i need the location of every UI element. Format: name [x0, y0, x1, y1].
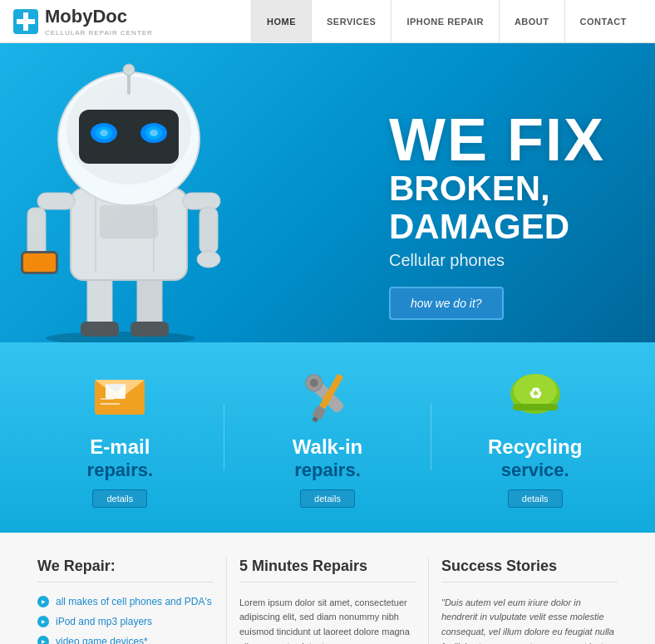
service-email: E-mail repairs. details — [33, 367, 207, 508]
service-walkin-button[interactable]: details — [300, 489, 355, 508]
svg-rect-12 — [37, 193, 75, 209]
hero-text-block: WE FIX BROKEN, DAMAGED Cellular phones h… — [389, 110, 605, 320]
repair-heading: We Repair: — [37, 558, 214, 583]
logo-text: MobyDoc — [45, 6, 127, 27]
repair-items: all makes of cell phones and PDA'siPod a… — [37, 596, 214, 644]
nav-item-iphone-repair[interactable]: IPHONE REPAIR — [391, 0, 498, 43]
repair-item-text: iPod and mp3 players — [56, 616, 152, 627]
repair-item-icon — [37, 636, 49, 644]
service-walkin-title: Walk-in — [293, 435, 362, 460]
stories-heading: Success Stories — [441, 558, 618, 583]
svg-point-3 — [46, 332, 195, 342]
logo-text-area: MobyDoc CELLULAR REPAIR CENTER — [45, 6, 153, 37]
minutes-intro: Lorem ipsum dolor sit amet, consectetuer… — [239, 596, 416, 644]
service-divider-1 — [224, 404, 224, 470]
repair-item-icon — [37, 616, 49, 627]
repair-list-item[interactable]: all makes of cell phones and PDA's — [37, 596, 214, 607]
hero-subtitle1: BROKEN, — [389, 170, 605, 208]
content-col-minutes: 5 Minutes Repairs Lorem ipsum dolor sit … — [226, 558, 428, 644]
hero-title: WE FIX — [389, 110, 605, 170]
tools-icon — [298, 367, 357, 425]
service-recycling: ♻ Recycling service. details — [448, 367, 622, 508]
content-col-repair: We Repair: all makes of cell phones and … — [25, 558, 226, 644]
svg-rect-17 — [199, 208, 218, 253]
svg-rect-46 — [513, 404, 558, 410]
repair-list-item[interactable]: video game devices* — [37, 636, 214, 644]
svg-rect-11 — [100, 205, 158, 238]
service-walkin: Walk-in repairs. details — [241, 367, 415, 508]
hero-description: Cellular phones — [389, 251, 605, 270]
service-divider-2 — [431, 404, 431, 470]
svg-rect-13 — [27, 208, 46, 258]
svg-rect-7 — [131, 322, 169, 337]
logo-area: MobyDoc CELLULAR REPAIR CENTER — [13, 6, 251, 37]
hero-subtitle2: DAMAGED — [389, 208, 605, 246]
email-icon — [91, 367, 149, 425]
service-email-button[interactable]: details — [92, 489, 147, 508]
svg-rect-6 — [81, 322, 119, 337]
services-strip: E-mail repairs. details Walk-in repairs.… — [0, 342, 655, 533]
nav-item-home[interactable]: HOME — [251, 0, 311, 43]
service-recycling-button[interactable]: details — [508, 489, 563, 508]
svg-rect-15 — [23, 253, 56, 272]
hero-section: WE FIX BROKEN, DAMAGED Cellular phones h… — [0, 43, 655, 342]
service-walkin-subtitle: repairs. — [294, 460, 361, 481]
content-section: We Repair: all makes of cell phones and … — [0, 533, 655, 644]
hero-cta-button[interactable]: how we do it? — [389, 287, 504, 320]
service-recycling-title: Recycling — [488, 435, 582, 460]
header: MobyDoc CELLULAR REPAIR CENTER HOMESERVI… — [0, 0, 655, 43]
repair-item-icon — [37, 596, 49, 607]
success-quote: "Duis autem vel eum iriure dolor in hend… — [441, 596, 618, 644]
nav-item-about[interactable]: ABOUT — [499, 0, 564, 43]
robot-illustration — [0, 60, 258, 342]
repair-list-item[interactable]: iPod and mp3 players — [37, 616, 214, 627]
svg-point-28 — [150, 130, 158, 136]
repair-item-text: all makes of cell phones and PDA's — [56, 596, 212, 607]
svg-rect-2 — [17, 19, 35, 24]
service-email-title: E-mail — [90, 435, 150, 460]
repair-item-text: video game devices* — [56, 636, 148, 644]
svg-rect-16 — [183, 193, 220, 209]
service-recycling-subtitle: service. — [501, 460, 569, 481]
service-email-subtitle: repairs. — [87, 460, 154, 481]
logo-icon — [13, 9, 38, 34]
svg-point-18 — [197, 251, 220, 268]
recycle-icon: ♻ — [506, 367, 564, 425]
svg-point-30 — [123, 64, 135, 76]
nav-item-services[interactable]: SERVICES — [311, 0, 391, 43]
svg-text:♻: ♻ — [529, 386, 542, 402]
nav: HOMESERVICESIPHONE REPAIRABOUTCONTACT — [251, 0, 642, 43]
svg-point-27 — [100, 130, 108, 136]
nav-item-contact[interactable]: CONTACT — [564, 0, 642, 43]
minutes-heading: 5 Minutes Repairs — [239, 558, 416, 583]
logo-subtitle: CELLULAR REPAIR CENTER — [45, 29, 153, 37]
content-col-stories: Success Stories "Duis autem vel eum iriu… — [428, 558, 630, 644]
